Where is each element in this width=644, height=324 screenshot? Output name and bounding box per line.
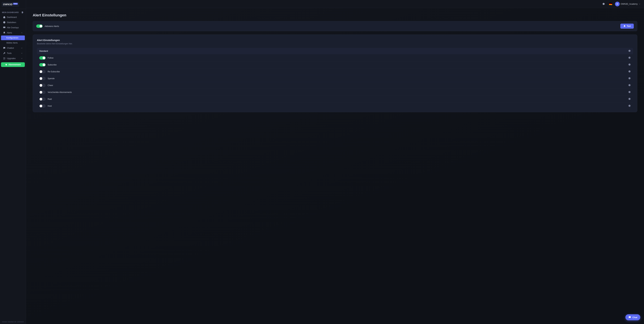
chevron-down-icon [21, 52, 23, 54]
alert-gear-host[interactable] [628, 105, 631, 108]
alert-gear-verschenkte-abonnements[interactable] [628, 91, 631, 94]
svg-marker-4 [5, 64, 7, 65]
user-menu[interactable]: O OWN3D_Academy [615, 2, 641, 6]
toggle-row: Aktiviere Alerts [36, 24, 59, 28]
chevron-down-icon [639, 3, 641, 5]
alert-toggle-re-subscribe[interactable] [39, 70, 46, 73]
overlays-icon [3, 26, 6, 29]
alert-toggle-raid[interactable] [39, 97, 46, 101]
gear-icon [628, 63, 631, 66]
alert-name-subscribe: Subscribe [48, 64, 56, 66]
language-selector[interactable]: 🇩🇪 [608, 2, 613, 6]
sidebar-item-dashboard[interactable]: Dashboard [1, 15, 25, 19]
svg-line-6 [604, 4, 605, 5]
chevron-up-icon [21, 32, 23, 34]
sidebar-item-alerts[interactable]: Alerts [1, 30, 25, 35]
content-area: Alert Einstellungen Aktiviere Alerts Tes… [26, 8, 644, 324]
sidebar-item-statistiken[interactable]: Statistiken [1, 20, 25, 25]
alert-row-left-verschenkte-abonnements: Verschenkte-Abonnements [39, 91, 72, 94]
alert-row-left-host: Host [39, 104, 52, 108]
user-avatar: O [615, 2, 620, 6]
alert-row-left-follow: Follow [39, 56, 54, 60]
alert-toggle-verschenkte-abonnements[interactable] [39, 91, 46, 94]
stats-icon [3, 21, 6, 24]
collapse-icon[interactable] [22, 11, 24, 13]
bell-icon [623, 25, 626, 27]
section-gear-button[interactable] [628, 50, 631, 53]
star-icon [5, 63, 8, 66]
alert-section-standard: Standard [37, 48, 633, 54]
chevron-down-icon [21, 57, 23, 59]
alert-name-verschenkte-abonnements: Verschenkte-Abonnements [48, 91, 72, 93]
alert-gear-re-subscribe[interactable] [628, 70, 631, 73]
gear-icon [628, 50, 631, 52]
alert-name-re-subscribe: Re-Subscribe [48, 70, 60, 73]
gear-icon [628, 56, 631, 59]
chat-icon [628, 316, 631, 319]
alert-toggle-follow[interactable] [39, 56, 46, 60]
alert-rows: Follow Subscribe Re-Subscribe Spende [37, 55, 633, 109]
chat-button[interactable]: Chat [626, 314, 640, 320]
activate-alerts-label: Aktiviere Alerts [44, 25, 59, 27]
alert-row-re-subscribe: Re-Subscribe [37, 68, 633, 75]
search-icon [602, 2, 605, 5]
alert-row-left-cheer: Cheer [39, 84, 53, 87]
gear-icon [628, 98, 631, 100]
sidebar-item-abonnement[interactable]: Abonnement [1, 62, 25, 67]
card-subtitle: Bearbeite deine Alert Einstellungen hier… [37, 42, 633, 45]
alert-row-verschenkte-abonnements: Verschenkte-Abonnements [37, 89, 633, 96]
alert-toggle-spende[interactable] [39, 77, 46, 80]
alert-row-left-raid: Raid [39, 97, 52, 101]
alert-toggle-cheer[interactable] [39, 84, 46, 87]
alert-name-cheer: Cheer [48, 84, 53, 87]
gear-icon [628, 70, 631, 73]
alert-toggle-subscribe[interactable] [39, 63, 46, 66]
search-button[interactable] [601, 1, 606, 6]
alert-gear-raid[interactable] [628, 98, 631, 101]
svg-rect-1 [3, 27, 5, 28]
sidebar-item-upgrades[interactable]: Upgrades [1, 56, 25, 61]
logo-text: OWN3DPRO [2, 2, 19, 7]
gear-icon [628, 77, 631, 80]
sidebar-item-chatbot[interactable]: Chatbot [1, 45, 25, 50]
alert-gear-follow[interactable] [628, 56, 631, 59]
alert-gear-subscribe[interactable] [628, 63, 631, 66]
sidebar-item-alle-overlays[interactable]: Alle Overlays [1, 25, 25, 30]
alerts-icon [3, 31, 6, 34]
alert-name-host: Host [48, 105, 52, 107]
chevron-down-icon [21, 47, 23, 49]
alert-gear-spende[interactable] [628, 77, 631, 80]
chatbot-icon [3, 47, 6, 49]
alert-row-raid: Raid [37, 96, 633, 103]
upgrades-icon [3, 57, 6, 60]
alert-row-host: Host [37, 103, 633, 109]
tools-icon [3, 52, 6, 54]
activate-alerts-toggle[interactable] [36, 24, 42, 28]
sidebar-item-konfigurieren[interactable]: Konfigurieren [1, 35, 25, 40]
activate-alerts-bar: Aktiviere Alerts Test [33, 21, 637, 31]
gear-icon [628, 84, 631, 86]
alert-row-left-subscribe: Subscribe [39, 63, 56, 66]
home-icon [3, 16, 6, 18]
alert-settings-card: Alert Einstellungen Bearbeite deine Aler… [33, 34, 637, 112]
alert-row-left-spende: Spende [39, 77, 54, 80]
sidebar-item-tools[interactable]: Tools [1, 51, 25, 56]
gear-icon [628, 91, 631, 93]
section-title: Standard [39, 50, 48, 52]
test-button[interactable]: Test [620, 24, 634, 29]
sidebar-item-wahle-alerts[interactable]: Wähle Alerts [1, 40, 25, 45]
alert-row-left-re-subscribe: Re-Subscribe [39, 70, 60, 73]
card-title: Alert Einstellungen [37, 39, 633, 41]
alert-name-spende: Spende [48, 77, 54, 80]
main-area: 🇩🇪 O OWN3D_Academy Alert Einstellungen A… [26, 0, 644, 324]
alert-name-raid: Raid [48, 98, 52, 100]
logo: OWN3DPRO [0, 0, 26, 9]
topbar: 🇩🇪 O OWN3D_Academy [26, 0, 644, 8]
sidebar: OWN3DPRO MEIN DASHBOARD Dashboard Statis… [0, 0, 26, 324]
alert-toggle-host[interactable] [39, 104, 46, 108]
alert-row-subscribe: Subscribe [37, 61, 633, 68]
alert-row-spende: Spende [37, 75, 633, 82]
alert-row-follow: Follow [37, 55, 633, 61]
alert-gear-cheer[interactable] [628, 84, 631, 87]
sidebar-section-label: MEIN DASHBOARD [0, 9, 26, 14]
